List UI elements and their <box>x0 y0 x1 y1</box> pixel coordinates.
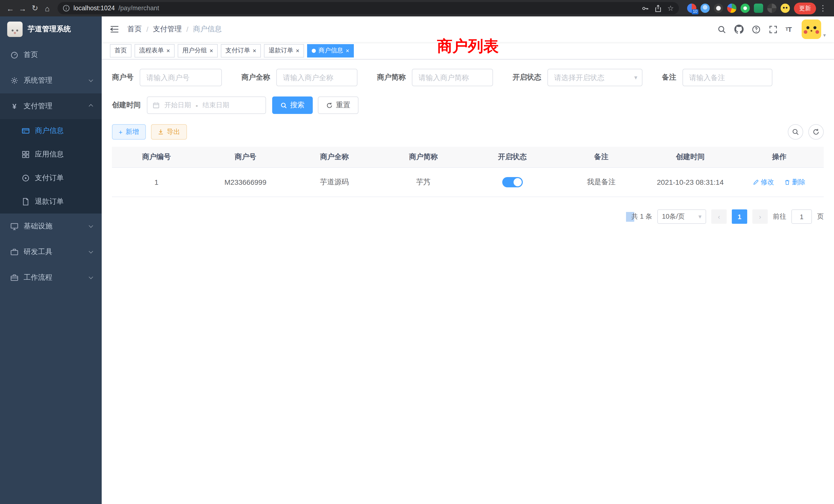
column-header: 商户编号 <box>112 147 201 168</box>
browser-back-icon[interactable]: ← <box>4 2 17 14</box>
fullscreen-icon[interactable] <box>769 25 777 33</box>
address-bar[interactable]: localhost:1024/pay/merchant ☆ <box>58 2 679 14</box>
tab-close-icon[interactable]: × <box>253 47 256 54</box>
column-header: 商户简称 <box>379 147 468 168</box>
remark-input[interactable] <box>682 69 772 86</box>
tab-merchant-info[interactable]: 商户信息 × <box>307 44 354 57</box>
page-size-value: 10条/页 <box>662 212 684 221</box>
app-logo[interactable]: 芋道管理系统 <box>0 17 102 42</box>
export-button[interactable]: 导出 <box>151 124 187 140</box>
extensions-area: 10 <box>687 4 790 13</box>
column-header: 操作 <box>735 147 824 168</box>
header-search-icon[interactable] <box>717 25 726 33</box>
sidebar-item-refund-order[interactable]: 退款订单 <box>0 190 102 213</box>
sidebar-item-merchant-info[interactable]: 商户信息 <box>0 119 102 143</box>
page-unit-label: 页 <box>817 212 824 221</box>
share-icon[interactable] <box>655 4 662 12</box>
sidebar-item-app-info[interactable]: 应用信息 <box>0 143 102 166</box>
help-icon[interactable] <box>751 25 760 33</box>
merchant-full-name-input[interactable] <box>276 69 357 86</box>
breadcrumb-home[interactable]: 首页 <box>127 25 142 34</box>
bookmark-star-icon[interactable]: ☆ <box>667 4 674 12</box>
extension-icon-5[interactable] <box>741 4 750 13</box>
range-separator: - <box>196 101 198 109</box>
font-size-icon[interactable]: TT <box>786 25 791 33</box>
sidebar-item-system[interactable]: 系统管理 <box>0 68 102 93</box>
app-title: 芋道管理系统 <box>28 25 71 34</box>
tab-close-icon[interactable]: × <box>210 47 213 54</box>
browser-toolbar: ← → ↻ ⌂ localhost:1024/pay/merchant ☆ 10 <box>0 0 834 17</box>
extension-icon-1[interactable]: 10 <box>687 4 696 13</box>
extension-icon-6[interactable] <box>754 4 763 13</box>
sidebar: 芋道管理系统 首页 系统管理 ¥ 支付管理 <box>0 17 102 504</box>
delete-link[interactable]: 删除 <box>785 178 806 187</box>
tab-refund-order[interactable]: 退款订单 × <box>264 44 304 57</box>
chevron-down-icon <box>89 224 93 228</box>
tab-close-icon[interactable]: × <box>167 47 170 54</box>
tab-label: 退款订单 <box>269 46 293 55</box>
status-toggle[interactable] <box>502 177 523 187</box>
pagination-total: 共 1 条 <box>631 212 652 221</box>
tab-label: 首页 <box>114 46 127 55</box>
tab-user-group[interactable]: 用户分组 × <box>178 44 218 57</box>
sidebar-item-infra[interactable]: 基础设施 <box>0 213 102 239</box>
sidebar-item-home[interactable]: 首页 <box>0 42 102 68</box>
create-time-range-picker[interactable]: 开始日期 - 结束日期 <box>147 96 266 114</box>
cell-short-name: 芋艿 <box>379 168 468 197</box>
merchant-no-label: 商户号 <box>112 73 133 82</box>
status-select[interactable] <box>547 69 642 86</box>
profile-avatar-icon[interactable] <box>781 4 790 13</box>
tab-label: 支付订单 <box>225 46 250 55</box>
browser-forward-icon[interactable]: → <box>17 2 29 14</box>
search-button-label: 搜索 <box>290 100 305 110</box>
reset-button[interactable]: 重置 <box>318 96 358 114</box>
url-host: localhost:1024 <box>73 5 115 12</box>
page-size-select[interactable]: 10条/页 ▾ <box>657 209 706 224</box>
sidebar-item-pay-order[interactable]: 支付订单 <box>0 166 102 190</box>
refresh-table-button[interactable] <box>808 124 824 140</box>
extension-icon-2[interactable] <box>701 4 710 13</box>
payment-submenu: 商户信息 应用信息 支付订单 <box>0 119 102 213</box>
browser-menu-icon[interactable]: ⋮ <box>816 4 830 13</box>
site-info-icon[interactable] <box>63 5 70 12</box>
tab-close-icon[interactable]: × <box>296 47 300 54</box>
cell-merchant-no: M233666999 <box>201 168 290 197</box>
user-caret-down-icon: ▾ <box>823 32 826 39</box>
tab-process-form[interactable]: 流程表单 × <box>135 44 175 57</box>
browser-reload-icon[interactable]: ↻ <box>29 2 41 14</box>
tab-close-icon[interactable]: × <box>346 47 349 54</box>
goto-page-input[interactable] <box>791 209 812 224</box>
sidebar-toggle-icon[interactable] <box>110 25 119 33</box>
toggle-search-icon-button[interactable] <box>788 124 803 140</box>
extension-icon-4[interactable] <box>727 4 737 13</box>
user-avatar[interactable] <box>802 20 821 39</box>
chrome-update-button[interactable]: 更新 <box>794 2 816 14</box>
merchant-no-input[interactable] <box>140 69 222 86</box>
tab-home[interactable]: 首页 <box>110 44 131 57</box>
password-key-icon[interactable] <box>642 4 650 12</box>
search-button[interactable]: 搜索 <box>272 96 313 114</box>
user-menu[interactable]: ▾ <box>802 20 826 39</box>
sidebar-item-payment[interactable]: ¥ 支付管理 <box>0 93 102 119</box>
breadcrumb-section[interactable]: 支付管理 <box>153 25 182 34</box>
tab-pay-order[interactable]: 支付订单 × <box>221 44 261 57</box>
browser-home-icon[interactable]: ⌂ <box>41 2 53 14</box>
extension-icon-7[interactable] <box>767 4 776 13</box>
github-icon[interactable] <box>734 25 743 34</box>
sidebar-item-workflow[interactable]: 工作流程 <box>0 265 102 291</box>
pagination: 共 1 条 10条/页 ▾ ‹ 1 › 前往 页 <box>112 209 824 224</box>
extension-icon-3[interactable] <box>714 4 723 13</box>
table-row: 1 M233666999 芋道源码 芋艿 我是备注 2021-10-23 08:… <box>112 168 824 197</box>
sidebar-item-label: 首页 <box>24 50 92 60</box>
add-button[interactable]: + 新增 <box>112 124 146 140</box>
prev-page-button[interactable]: ‹ <box>711 209 727 224</box>
page-number-1[interactable]: 1 <box>732 209 747 224</box>
dashboard-icon <box>10 51 19 59</box>
status-label: 开启状态 <box>512 73 541 82</box>
merchant-short-name-input[interactable] <box>412 69 493 86</box>
next-page-button[interactable]: › <box>752 209 768 224</box>
column-header: 商户号 <box>201 147 290 168</box>
breadcrumb-separator: / <box>186 25 189 33</box>
sidebar-item-dev-tools[interactable]: 研发工具 <box>0 239 102 265</box>
edit-link[interactable]: 修改 <box>753 178 774 187</box>
